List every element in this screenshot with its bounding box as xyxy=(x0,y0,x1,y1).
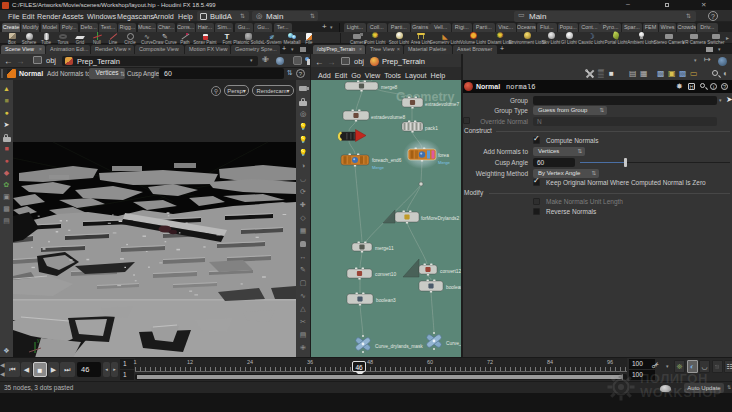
svg-text:forMoreDrylands2: forMoreDrylands2 xyxy=(421,216,459,221)
svg-text:Curve_greenlands_mask: Curve_greenlands_mask xyxy=(446,341,462,346)
svg-text:merge11: merge11 xyxy=(375,246,394,251)
svg-text:convert10: convert10 xyxy=(375,272,396,277)
svg-text:boolean3: boolean3 xyxy=(376,298,396,303)
svg-text:convert12: convert12 xyxy=(440,269,461,274)
svg-text:Curve_drylands_mask: Curve_drylands_mask xyxy=(375,344,423,349)
svg-text:merge8: merge8 xyxy=(381,85,398,90)
svg-text:pack1: pack1 xyxy=(425,126,438,131)
svg-text:boolean4: boolean4 xyxy=(446,285,462,290)
